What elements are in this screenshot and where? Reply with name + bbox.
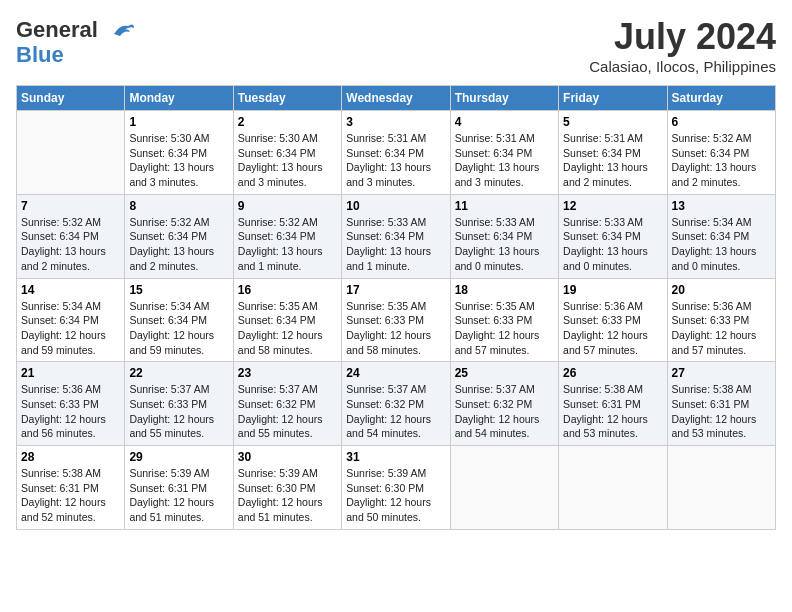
calendar-cell: 12Sunrise: 5:33 AMSunset: 6:34 PMDayligh… [559, 194, 667, 278]
col-header-wednesday: Wednesday [342, 86, 450, 111]
day-info: Sunrise: 5:38 AMSunset: 6:31 PMDaylight:… [563, 382, 662, 441]
day-info: Sunrise: 5:32 AMSunset: 6:34 PMDaylight:… [672, 131, 771, 190]
day-info: Sunrise: 5:33 AMSunset: 6:34 PMDaylight:… [346, 215, 445, 274]
day-number: 23 [238, 366, 337, 380]
calendar-week-row: 28Sunrise: 5:38 AMSunset: 6:31 PMDayligh… [17, 446, 776, 530]
calendar-cell: 28Sunrise: 5:38 AMSunset: 6:31 PMDayligh… [17, 446, 125, 530]
day-info: Sunrise: 5:37 AMSunset: 6:32 PMDaylight:… [455, 382, 554, 441]
col-header-thursday: Thursday [450, 86, 558, 111]
day-info: Sunrise: 5:35 AMSunset: 6:33 PMDaylight:… [346, 299, 445, 358]
day-number: 3 [346, 115, 445, 129]
day-number: 21 [21, 366, 120, 380]
day-number: 7 [21, 199, 120, 213]
calendar-cell [17, 111, 125, 195]
day-number: 19 [563, 283, 662, 297]
calendar-week-row: 7Sunrise: 5:32 AMSunset: 6:34 PMDaylight… [17, 194, 776, 278]
title-block: July 2024 Calasiao, Ilocos, Philippines [589, 16, 776, 75]
calendar-cell: 15Sunrise: 5:34 AMSunset: 6:34 PMDayligh… [125, 278, 233, 362]
day-number: 22 [129, 366, 228, 380]
day-number: 24 [346, 366, 445, 380]
calendar-cell: 1Sunrise: 5:30 AMSunset: 6:34 PMDaylight… [125, 111, 233, 195]
calendar-header-row: SundayMondayTuesdayWednesdayThursdayFrid… [17, 86, 776, 111]
day-number: 26 [563, 366, 662, 380]
calendar-week-row: 14Sunrise: 5:34 AMSunset: 6:34 PMDayligh… [17, 278, 776, 362]
day-info: Sunrise: 5:31 AMSunset: 6:34 PMDaylight:… [455, 131, 554, 190]
calendar-cell: 22Sunrise: 5:37 AMSunset: 6:33 PMDayligh… [125, 362, 233, 446]
day-info: Sunrise: 5:39 AMSunset: 6:30 PMDaylight:… [346, 466, 445, 525]
calendar-cell: 14Sunrise: 5:34 AMSunset: 6:34 PMDayligh… [17, 278, 125, 362]
day-info: Sunrise: 5:37 AMSunset: 6:32 PMDaylight:… [238, 382, 337, 441]
calendar-cell: 29Sunrise: 5:39 AMSunset: 6:31 PMDayligh… [125, 446, 233, 530]
day-number: 25 [455, 366, 554, 380]
day-info: Sunrise: 5:32 AMSunset: 6:34 PMDaylight:… [129, 215, 228, 274]
calendar-cell: 23Sunrise: 5:37 AMSunset: 6:32 PMDayligh… [233, 362, 341, 446]
calendar-cell: 4Sunrise: 5:31 AMSunset: 6:34 PMDaylight… [450, 111, 558, 195]
day-number: 12 [563, 199, 662, 213]
col-header-friday: Friday [559, 86, 667, 111]
day-info: Sunrise: 5:38 AMSunset: 6:31 PMDaylight:… [21, 466, 120, 525]
day-number: 6 [672, 115, 771, 129]
day-number: 18 [455, 283, 554, 297]
calendar-cell: 8Sunrise: 5:32 AMSunset: 6:34 PMDaylight… [125, 194, 233, 278]
day-number: 14 [21, 283, 120, 297]
calendar-cell: 31Sunrise: 5:39 AMSunset: 6:30 PMDayligh… [342, 446, 450, 530]
day-info: Sunrise: 5:32 AMSunset: 6:34 PMDaylight:… [238, 215, 337, 274]
day-info: Sunrise: 5:34 AMSunset: 6:34 PMDaylight:… [129, 299, 228, 358]
day-number: 8 [129, 199, 228, 213]
day-info: Sunrise: 5:38 AMSunset: 6:31 PMDaylight:… [672, 382, 771, 441]
day-info: Sunrise: 5:32 AMSunset: 6:34 PMDaylight:… [21, 215, 120, 274]
day-info: Sunrise: 5:33 AMSunset: 6:34 PMDaylight:… [455, 215, 554, 274]
calendar-cell: 17Sunrise: 5:35 AMSunset: 6:33 PMDayligh… [342, 278, 450, 362]
day-number: 4 [455, 115, 554, 129]
day-number: 16 [238, 283, 337, 297]
col-header-saturday: Saturday [667, 86, 775, 111]
calendar-cell: 26Sunrise: 5:38 AMSunset: 6:31 PMDayligh… [559, 362, 667, 446]
logo: General Blue [16, 16, 136, 68]
day-number: 27 [672, 366, 771, 380]
day-info: Sunrise: 5:35 AMSunset: 6:33 PMDaylight:… [455, 299, 554, 358]
day-number: 13 [672, 199, 771, 213]
day-info: Sunrise: 5:31 AMSunset: 6:34 PMDaylight:… [346, 131, 445, 190]
day-info: Sunrise: 5:39 AMSunset: 6:31 PMDaylight:… [129, 466, 228, 525]
calendar-cell: 6Sunrise: 5:32 AMSunset: 6:34 PMDaylight… [667, 111, 775, 195]
calendar-cell: 13Sunrise: 5:34 AMSunset: 6:34 PMDayligh… [667, 194, 775, 278]
calendar-cell: 7Sunrise: 5:32 AMSunset: 6:34 PMDaylight… [17, 194, 125, 278]
day-number: 5 [563, 115, 662, 129]
calendar-cell: 25Sunrise: 5:37 AMSunset: 6:32 PMDayligh… [450, 362, 558, 446]
day-number: 28 [21, 450, 120, 464]
day-number: 20 [672, 283, 771, 297]
logo-bird-icon [106, 16, 136, 46]
calendar-cell: 3Sunrise: 5:31 AMSunset: 6:34 PMDaylight… [342, 111, 450, 195]
month-year-title: July 2024 [589, 16, 776, 58]
calendar-cell [559, 446, 667, 530]
day-number: 2 [238, 115, 337, 129]
day-info: Sunrise: 5:37 AMSunset: 6:32 PMDaylight:… [346, 382, 445, 441]
day-info: Sunrise: 5:31 AMSunset: 6:34 PMDaylight:… [563, 131, 662, 190]
calendar-cell: 16Sunrise: 5:35 AMSunset: 6:34 PMDayligh… [233, 278, 341, 362]
day-number: 11 [455, 199, 554, 213]
col-header-sunday: Sunday [17, 86, 125, 111]
day-number: 15 [129, 283, 228, 297]
day-info: Sunrise: 5:36 AMSunset: 6:33 PMDaylight:… [21, 382, 120, 441]
day-info: Sunrise: 5:37 AMSunset: 6:33 PMDaylight:… [129, 382, 228, 441]
calendar-cell: 10Sunrise: 5:33 AMSunset: 6:34 PMDayligh… [342, 194, 450, 278]
calendar-cell: 30Sunrise: 5:39 AMSunset: 6:30 PMDayligh… [233, 446, 341, 530]
calendar-cell: 18Sunrise: 5:35 AMSunset: 6:33 PMDayligh… [450, 278, 558, 362]
calendar-cell: 9Sunrise: 5:32 AMSunset: 6:34 PMDaylight… [233, 194, 341, 278]
calendar-cell: 21Sunrise: 5:36 AMSunset: 6:33 PMDayligh… [17, 362, 125, 446]
page-header: General Blue July 2024 Calasiao, Ilocos,… [16, 16, 776, 75]
day-number: 17 [346, 283, 445, 297]
day-number: 1 [129, 115, 228, 129]
col-header-monday: Monday [125, 86, 233, 111]
day-info: Sunrise: 5:30 AMSunset: 6:34 PMDaylight:… [129, 131, 228, 190]
calendar-cell: 19Sunrise: 5:36 AMSunset: 6:33 PMDayligh… [559, 278, 667, 362]
calendar-cell: 2Sunrise: 5:30 AMSunset: 6:34 PMDaylight… [233, 111, 341, 195]
calendar-cell: 11Sunrise: 5:33 AMSunset: 6:34 PMDayligh… [450, 194, 558, 278]
col-header-tuesday: Tuesday [233, 86, 341, 111]
calendar-table: SundayMondayTuesdayWednesdayThursdayFrid… [16, 85, 776, 530]
day-number: 31 [346, 450, 445, 464]
day-number: 10 [346, 199, 445, 213]
day-number: 30 [238, 450, 337, 464]
calendar-week-row: 21Sunrise: 5:36 AMSunset: 6:33 PMDayligh… [17, 362, 776, 446]
calendar-week-row: 1Sunrise: 5:30 AMSunset: 6:34 PMDaylight… [17, 111, 776, 195]
